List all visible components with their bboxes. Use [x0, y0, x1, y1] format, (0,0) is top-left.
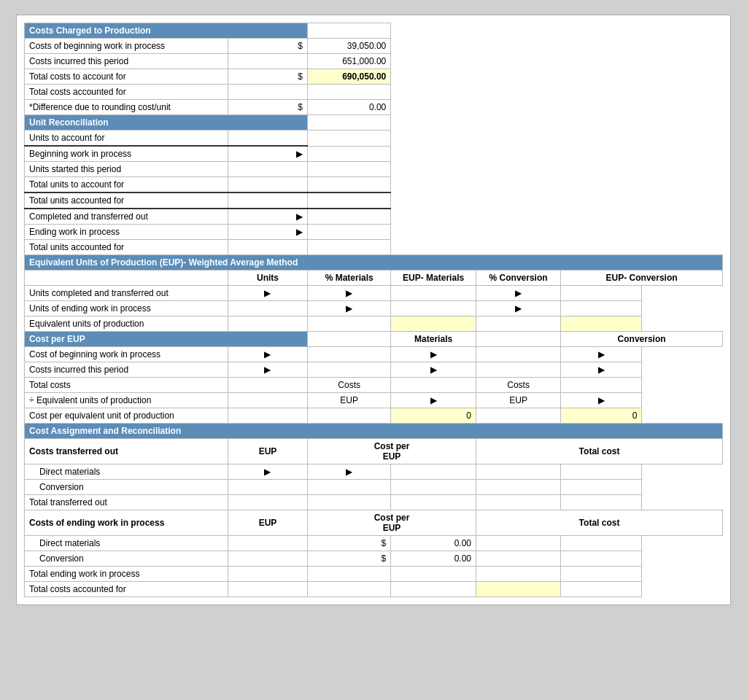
cost-row-4-col5: EUP — [476, 393, 561, 408]
costs-row-5-label: *Difference due to rounding cost/unit — [25, 100, 228, 115]
eup-col-eup-mat: EUP- Materials — [391, 271, 476, 286]
cost-row-3-col5: Costs — [476, 378, 561, 393]
transferred-conversion-row: Conversion — [25, 480, 723, 495]
transferred-out-col-eup: EUP — [228, 439, 307, 464]
eup-row-1-label: Units completed and transferred out — [25, 286, 228, 301]
cost-row-1-label: Cost of beginning work in process — [25, 347, 228, 362]
unit-recon-header-row: Unit Reconciliation — [25, 115, 723, 131]
eup-row-3-label: Equivalent units of production — [25, 316, 228, 332]
ending-wip-col-eup: EUP — [228, 510, 307, 536]
eup-col-headers: Units % Materials EUP- Materials % Conve… — [25, 271, 723, 286]
unit-row-1-label: Units to account for — [25, 131, 228, 147]
cost-assign-header-row: Cost Assignment and Reconciliation — [25, 424, 723, 439]
total-ending-wip-label: Total ending work in process — [25, 567, 228, 582]
unit-row-3: Units started this period — [25, 162, 723, 177]
transferred-conversion-label: Conversion — [25, 480, 228, 495]
eup-row-3: Equivalent units of production — [25, 316, 723, 332]
eup-row-1: Units completed and transferred out ▶ ▶ … — [25, 286, 723, 301]
eup-row-2-label: Units of ending work in process — [25, 301, 228, 316]
costs-row-5-symbol: $ — [228, 100, 307, 115]
unit-row-3-label: Units started this period — [25, 162, 228, 177]
total-transferred-out-row: Total transferred out — [25, 495, 723, 510]
cost-row-5-col5val: 0 — [561, 408, 642, 424]
costs-row-1-label: Costs of beginning work in process — [25, 39, 228, 54]
ending-wip-col-totalcost: Total cost — [476, 510, 723, 536]
costs-row-4-label: Total costs accounted for — [25, 85, 228, 100]
total-costs-accounted-row: Total costs accounted for — [25, 582, 723, 597]
transferred-out-header-row: Costs transferred out EUP Cost perEUP To… — [25, 439, 723, 464]
costs-row-3-value: 690,050.00 — [308, 69, 391, 85]
transferred-out-col-costpereup: Cost perEUP — [308, 439, 476, 464]
cost-row-2: Costs incurred this period ▶ ▶ ▶ — [25, 362, 723, 378]
unit-row-8-label: Total units accounted for — [25, 240, 228, 255]
cost-per-eup-header-row: Cost per EUP Materials Conversion — [25, 332, 723, 347]
unit-row-1: Units to account for — [25, 131, 723, 147]
costs-row-3-symbol: $ — [228, 69, 307, 85]
unit-row-4-label: Total units to account for — [25, 177, 228, 193]
total-transferred-out-label: Total transferred out — [25, 495, 228, 510]
unit-row-6: Completed and transferred out ▶ — [25, 209, 723, 225]
main-table: Costs Charged to Production Costs of beg… — [24, 23, 723, 597]
eup-row-2: Units of ending work in process ▶ ▶ — [25, 301, 723, 316]
cost-per-eup-header: Cost per EUP — [25, 332, 308, 347]
costs-row-1-value: 39,050.00 — [308, 39, 391, 54]
costs-row-5: *Difference due to rounding cost/unit $ … — [25, 100, 723, 115]
eup-col-pct-mat: % Materials — [308, 271, 391, 286]
unit-row-4: Total units to account for — [25, 177, 723, 193]
unit-row-6-label: Completed and transferred out — [25, 209, 228, 225]
cost-row-5-col3val: 0 — [391, 408, 476, 424]
ending-wip-col-costpereup: Cost perEUP — [308, 510, 476, 536]
ending-direct-materials-row: Direct materials $ 0.00 — [25, 536, 723, 551]
costs-charged-header: Costs Charged to Production — [25, 23, 308, 39]
eup-header: Equivalent Units of Production (EUP)- We… — [25, 255, 723, 271]
cost-row-4-label: ÷ Equivalent units of production — [25, 393, 228, 408]
cost-per-eup-materials-subheader: Materials — [391, 332, 476, 347]
eup-col-eup-conv: EUP- Conversion — [561, 271, 723, 286]
costs-row-3-label: Total costs to account for — [25, 69, 228, 85]
cost-row-4-col3: EUP — [308, 393, 391, 408]
ending-direct-materials-label: Direct materials — [25, 536, 228, 551]
unit-recon-header: Unit Reconciliation — [25, 115, 308, 131]
sheet-container: Costs Charged to Production Costs of beg… — [16, 15, 731, 605]
costs-row-2-label: Costs incurred this period — [25, 54, 228, 69]
costs-row-3: Total costs to account for $ 690,050.00 — [25, 69, 723, 85]
unit-row-5-label: Total units accounted for — [25, 192, 228, 209]
ending-wip-label: Costs of ending work in process — [25, 510, 228, 536]
unit-row-8: Total units accounted for — [25, 240, 723, 255]
eup-col-units: Units — [228, 271, 307, 286]
total-costs-accounted-label: Total costs accounted for — [25, 582, 228, 597]
costs-row-2: Costs incurred this period 651,000.00 — [25, 54, 723, 69]
transferred-out-label: Costs transferred out — [25, 439, 228, 464]
cost-row-5: Cost per equivalent unit of production 0… — [25, 408, 723, 424]
cost-row-5-label: Cost per equivalent unit of production — [25, 408, 228, 424]
unit-row-7: Ending work in process ▶ — [25, 225, 723, 240]
transferred-direct-materials-row: Direct materials ▶ ▶ — [25, 464, 723, 480]
cost-assign-header: Cost Assignment and Reconciliation — [25, 424, 723, 439]
costs-row-1-symbol: $ — [228, 39, 307, 54]
transferred-direct-materials-label: Direct materials — [25, 464, 228, 480]
cost-row-3-col3: Costs — [308, 378, 391, 393]
unit-row-2-label: Beginning work in process — [25, 146, 228, 162]
ending-conversion-label: Conversion — [25, 551, 228, 567]
unit-row-7-label: Ending work in process — [25, 225, 228, 240]
unit-row-5: Total units accounted for — [25, 192, 723, 209]
cost-row-3-label: Total costs — [25, 378, 228, 393]
cost-row-1: Cost of beginning work in process ▶ ▶ ▶ — [25, 347, 723, 362]
cost-row-4: ÷ Equivalent units of production EUP ▶ E… — [25, 393, 723, 408]
eup-header-row: Equivalent Units of Production (EUP)- We… — [25, 255, 723, 271]
costs-charged-header-row: Costs Charged to Production — [25, 23, 723, 39]
costs-row-1: Costs of beginning work in process $ 39,… — [25, 39, 723, 54]
ending-conversion-row: Conversion $ 0.00 — [25, 551, 723, 567]
cost-row-3: Total costs Costs Costs — [25, 378, 723, 393]
cost-row-2-label: Costs incurred this period — [25, 362, 228, 378]
costs-row-4: Total costs accounted for — [25, 85, 723, 100]
cost-per-eup-conversion-subheader: Conversion — [561, 332, 723, 347]
costs-row-2-value: 651,000.00 — [308, 54, 391, 69]
unit-row-2: Beginning work in process ▶ — [25, 146, 723, 162]
costs-row-5-value: 0.00 — [308, 100, 391, 115]
total-ending-wip-row: Total ending work in process — [25, 567, 723, 582]
ending-wip-header-row: Costs of ending work in process EUP Cost… — [25, 510, 723, 536]
transferred-out-col-totalcost: Total cost — [476, 439, 723, 464]
eup-col-pct-conv: % Conversion — [476, 271, 561, 286]
